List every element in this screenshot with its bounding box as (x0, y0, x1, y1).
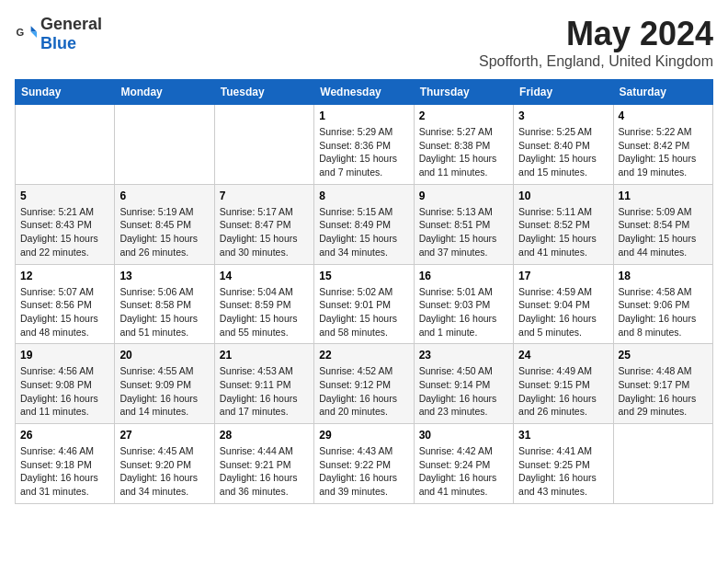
day-info: Sunrise: 5:25 AM Sunset: 8:40 PM Dayligh… (518, 125, 608, 179)
day-info: Sunrise: 5:04 AM Sunset: 8:59 PM Dayligh… (220, 285, 309, 339)
day-number: 10 (518, 190, 608, 202)
day-number: 4 (619, 109, 708, 122)
table-cell (214, 105, 313, 185)
main-title: May 2024 (479, 15, 713, 53)
week-row-5: 26Sunrise: 4:46 AM Sunset: 9:18 PM Dayli… (16, 424, 713, 504)
day-info: Sunrise: 5:27 AM Sunset: 8:38 PM Dayligh… (419, 125, 508, 179)
day-info: Sunrise: 5:21 AM Sunset: 8:43 PM Dayligh… (20, 205, 109, 259)
weekday-header-sunday: Sunday (16, 80, 115, 105)
table-cell: 11Sunrise: 5:09 AM Sunset: 8:54 PM Dayli… (613, 184, 712, 264)
svg-text:G: G (17, 27, 25, 38)
day-info: Sunrise: 4:58 AM Sunset: 9:06 PM Dayligh… (619, 285, 708, 339)
day-number: 31 (518, 429, 608, 442)
table-cell: 1Sunrise: 5:29 AM Sunset: 8:36 PM Daylig… (314, 105, 414, 185)
table-cell: 2Sunrise: 5:27 AM Sunset: 8:38 PM Daylig… (414, 105, 513, 185)
page-header: G General Blue May 2024 Spofforth, Engla… (15, 15, 713, 70)
day-info: Sunrise: 5:09 AM Sunset: 8:54 PM Dayligh… (619, 205, 708, 259)
weekday-header-wednesday: Wednesday (314, 80, 414, 105)
logo: G General Blue (15, 15, 102, 53)
day-number: 6 (119, 190, 209, 202)
day-info: Sunrise: 5:19 AM Sunset: 8:45 PM Dayligh… (119, 205, 209, 259)
table-cell (16, 105, 115, 185)
day-number: 3 (518, 109, 608, 122)
table-cell: 16Sunrise: 5:01 AM Sunset: 9:03 PM Dayli… (414, 264, 513, 344)
weekday-header-monday: Monday (115, 80, 214, 105)
day-number: 20 (119, 349, 209, 362)
week-row-2: 5Sunrise: 5:21 AM Sunset: 8:43 PM Daylig… (16, 184, 713, 264)
day-number: 29 (319, 429, 408, 442)
table-cell: 14Sunrise: 5:04 AM Sunset: 8:59 PM Dayli… (214, 264, 313, 344)
day-number: 2 (419, 109, 508, 122)
day-info: Sunrise: 4:42 AM Sunset: 9:24 PM Dayligh… (419, 444, 508, 499)
day-number: 14 (220, 270, 309, 282)
weekday-header-friday: Friday (514, 80, 613, 105)
day-number: 1 (319, 109, 408, 122)
day-info: Sunrise: 4:55 AM Sunset: 9:09 PM Dayligh… (119, 364, 209, 419)
table-cell: 19Sunrise: 4:56 AM Sunset: 9:08 PM Dayli… (16, 344, 115, 424)
table-cell: 20Sunrise: 4:55 AM Sunset: 9:09 PM Dayli… (115, 344, 214, 424)
table-cell: 3Sunrise: 5:25 AM Sunset: 8:40 PM Daylig… (514, 105, 613, 185)
day-number: 13 (119, 270, 209, 282)
day-number: 30 (419, 429, 508, 442)
day-number: 9 (419, 190, 508, 202)
day-info: Sunrise: 5:11 AM Sunset: 8:52 PM Dayligh… (518, 205, 608, 259)
table-cell: 6Sunrise: 5:19 AM Sunset: 8:45 PM Daylig… (115, 184, 214, 264)
day-number: 24 (518, 349, 608, 362)
day-info: Sunrise: 5:01 AM Sunset: 9:03 PM Dayligh… (419, 285, 508, 339)
table-cell: 12Sunrise: 5:07 AM Sunset: 8:56 PM Dayli… (16, 264, 115, 344)
day-number: 28 (220, 429, 309, 442)
day-number: 19 (20, 349, 109, 362)
day-number: 17 (518, 270, 608, 282)
day-number: 15 (319, 270, 408, 282)
table-cell: 4Sunrise: 5:22 AM Sunset: 8:42 PM Daylig… (613, 105, 712, 185)
table-cell: 5Sunrise: 5:21 AM Sunset: 8:43 PM Daylig… (16, 184, 115, 264)
logo-text-blue: Blue (40, 34, 76, 52)
day-number: 18 (619, 270, 708, 282)
table-cell: 8Sunrise: 5:15 AM Sunset: 8:49 PM Daylig… (314, 184, 414, 264)
week-row-3: 12Sunrise: 5:07 AM Sunset: 8:56 PM Dayli… (16, 264, 713, 344)
day-number: 11 (619, 190, 708, 202)
day-info: Sunrise: 5:17 AM Sunset: 8:47 PM Dayligh… (220, 205, 309, 259)
svg-marker-1 (31, 26, 37, 31)
day-number: 12 (20, 270, 109, 282)
day-info: Sunrise: 5:06 AM Sunset: 8:58 PM Dayligh… (119, 285, 209, 339)
table-cell: 7Sunrise: 5:17 AM Sunset: 8:47 PM Daylig… (214, 184, 313, 264)
weekday-header-tuesday: Tuesday (214, 80, 313, 105)
day-number: 21 (220, 349, 309, 362)
day-info: Sunrise: 5:22 AM Sunset: 8:42 PM Dayligh… (619, 125, 708, 179)
calendar-header: SundayMondayTuesdayWednesdayThursdayFrid… (16, 80, 713, 105)
table-cell: 24Sunrise: 4:49 AM Sunset: 9:15 PM Dayli… (514, 344, 613, 424)
day-number: 7 (220, 190, 309, 202)
table-cell: 25Sunrise: 4:48 AM Sunset: 9:17 PM Dayli… (613, 344, 712, 424)
weekday-header-thursday: Thursday (414, 80, 513, 105)
day-number: 26 (20, 429, 109, 442)
day-info: Sunrise: 4:43 AM Sunset: 9:22 PM Dayligh… (319, 444, 408, 499)
day-info: Sunrise: 4:59 AM Sunset: 9:04 PM Dayligh… (518, 285, 608, 339)
table-cell: 10Sunrise: 5:11 AM Sunset: 8:52 PM Dayli… (514, 184, 613, 264)
day-number: 8 (319, 190, 408, 202)
day-info: Sunrise: 5:07 AM Sunset: 8:56 PM Dayligh… (20, 285, 109, 339)
day-info: Sunrise: 5:13 AM Sunset: 8:51 PM Dayligh… (419, 205, 508, 259)
table-cell: 17Sunrise: 4:59 AM Sunset: 9:04 PM Dayli… (514, 264, 613, 344)
table-cell: 27Sunrise: 4:45 AM Sunset: 9:20 PM Dayli… (115, 424, 214, 504)
day-info: Sunrise: 4:50 AM Sunset: 9:14 PM Dayligh… (419, 364, 508, 419)
svg-marker-2 (31, 32, 37, 38)
week-row-4: 19Sunrise: 4:56 AM Sunset: 9:08 PM Dayli… (16, 344, 713, 424)
table-cell: 23Sunrise: 4:50 AM Sunset: 9:14 PM Dayli… (414, 344, 513, 424)
day-info: Sunrise: 4:56 AM Sunset: 9:08 PM Dayligh… (20, 364, 109, 419)
logo-icon: G (15, 23, 37, 45)
day-number: 27 (119, 429, 209, 442)
table-cell: 29Sunrise: 4:43 AM Sunset: 9:22 PM Dayli… (314, 424, 414, 504)
table-cell: 26Sunrise: 4:46 AM Sunset: 9:18 PM Dayli… (16, 424, 115, 504)
logo-text-general: General (40, 15, 102, 33)
day-number: 25 (619, 349, 708, 362)
day-info: Sunrise: 4:45 AM Sunset: 9:20 PM Dayligh… (119, 444, 209, 499)
table-cell: 28Sunrise: 4:44 AM Sunset: 9:21 PM Dayli… (214, 424, 313, 504)
day-info: Sunrise: 4:46 AM Sunset: 9:18 PM Dayligh… (20, 444, 109, 499)
weekday-header-saturday: Saturday (613, 80, 712, 105)
calendar-table: SundayMondayTuesdayWednesdayThursdayFrid… (15, 79, 713, 504)
subtitle: Spofforth, England, United Kingdom (479, 53, 713, 70)
day-number: 22 (319, 349, 408, 362)
day-info: Sunrise: 4:49 AM Sunset: 9:15 PM Dayligh… (518, 364, 608, 419)
table-cell: 30Sunrise: 4:42 AM Sunset: 9:24 PM Dayli… (414, 424, 513, 504)
